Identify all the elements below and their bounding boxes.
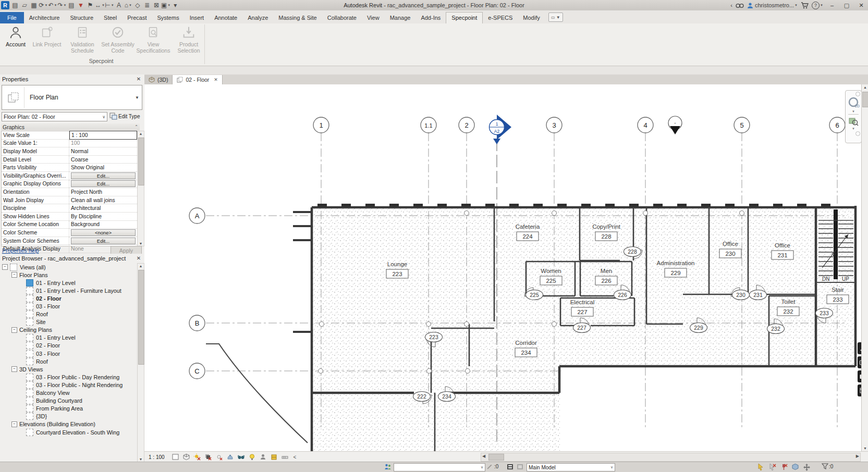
tree-item-courtyard-elevation-south-wing[interactable]: Courtyard Elevation - South Wing: [0, 428, 137, 436]
tree-item-views-all-[interactable]: −Views (all): [0, 263, 137, 271]
chevron-down-icon[interactable]: ▼: [54, 4, 57, 7]
tree-item-01-entry-level-furniture-layout[interactable]: 01 - Entry Level - Furniture Layout: [0, 287, 137, 294]
modify-indicator-icon[interactable]: ▭ ▼: [548, 13, 563, 22]
account-button[interactable]: Account: [2, 24, 29, 48]
tree-item-floor-plans[interactable]: −Floor Plans: [0, 271, 137, 279]
edit-type-button[interactable]: Edit Type: [109, 112, 142, 120]
print-icon[interactable]: ▤: [67, 1, 76, 10]
property-value[interactable]: Normal: [69, 147, 137, 155]
maximize-button[interactable]: ▢: [841, 2, 852, 9]
measure-icon[interactable]: ↔▼: [95, 1, 105, 10]
room-tag-228[interactable]: Copy/Print228: [592, 223, 620, 241]
grid-bubble-3[interactable]: 3: [546, 117, 562, 133]
close-hidden-windows-icon[interactable]: ⊠: [152, 1, 161, 10]
crop-region-icon[interactable]: [171, 453, 180, 461]
ribbon-tab-steel[interactable]: Steel: [99, 13, 122, 23]
select-pinned-icon[interactable]: [780, 463, 788, 472]
cart-icon[interactable]: [801, 2, 809, 9]
switch-windows-icon[interactable]: ▣▼: [161, 1, 170, 10]
chevron-down-icon[interactable]: ▼: [135, 95, 139, 100]
chevron-down-icon[interactable]: ▼: [852, 127, 855, 130]
type-selector[interactable]: Floor Plan ▼: [2, 85, 142, 110]
sync-icon[interactable]: ⟳▼: [39, 1, 48, 10]
grid-bubble-4[interactable]: 4: [638, 117, 653, 133]
properties-scrollbar[interactable]: ▲ ▼: [137, 131, 144, 246]
tree-item-03-floor[interactable]: 03 - Floor: [0, 350, 137, 357]
grid-bubble-5[interactable]: 5: [734, 117, 750, 133]
grid-bubble-2[interactable]: 2: [459, 117, 474, 133]
browser-scrollbar[interactable]: ▲ ▼: [137, 263, 144, 462]
undo-icon[interactable]: ↶▼: [48, 1, 57, 10]
design-options-icon[interactable]: [507, 463, 515, 470]
tree-item-3d-views[interactable]: −3D Views: [0, 365, 137, 373]
chevron-down-icon[interactable]: ▼: [111, 4, 114, 7]
chevron-down-icon[interactable]: ▼: [45, 4, 48, 7]
chevron-down-icon[interactable]: ▼: [129, 4, 132, 7]
grid-bubble-A[interactable]: A: [189, 208, 205, 223]
editable-only-icon[interactable]: :0: [486, 463, 498, 470]
ribbon-tab-analyze[interactable]: Analyze: [242, 13, 273, 23]
search-icon[interactable]: [736, 2, 744, 8]
view-tab--3d-[interactable]: (3D): [144, 75, 173, 84]
text-icon[interactable]: A: [114, 1, 124, 10]
user-menu[interactable]: christosmetro...▼: [747, 2, 798, 9]
tree-item-building-courtyard[interactable]: Building Courtyard: [0, 397, 137, 405]
visual-style-icon[interactable]: [182, 453, 191, 461]
room-tag-230[interactable]: Office230: [719, 241, 741, 258]
show-rendering-icon[interactable]: [226, 453, 235, 461]
ribbon-tab-structure[interactable]: Structure: [65, 13, 99, 23]
revit-logo[interactable]: R: [1, 1, 9, 9]
grid-bubble-1[interactable]: 1: [313, 117, 329, 133]
tree-item-03-floor-public-day-rendering[interactable]: 03 - Floor Public - Day Rendering: [0, 373, 137, 381]
tree-item-balcony-view[interactable]: Balcony View: [0, 389, 137, 397]
scale-button[interactable]: 1 : 100: [149, 454, 165, 460]
elevation-marker[interactable]: -: [668, 116, 682, 134]
temporary-hide-icon[interactable]: [237, 453, 246, 461]
close-button[interactable]: ✕: [855, 2, 867, 9]
collapse-section-icon[interactable]: ⌃: [135, 125, 138, 129]
select-links-icon[interactable]: [757, 463, 765, 472]
ribbon-tab-view[interactable]: View: [362, 13, 385, 23]
ribbon-tab-add-ins[interactable]: Add-Ins: [415, 13, 446, 23]
close-icon[interactable]: ✕: [135, 255, 142, 261]
property-edit-button[interactable]: Edit...: [71, 172, 136, 179]
save-icon[interactable]: ▦: [29, 1, 39, 10]
aligned-dimension-icon[interactable]: ⊢▼: [105, 1, 114, 10]
tree-expander-icon[interactable]: −: [11, 327, 17, 333]
property-edit-button[interactable]: <none>: [71, 229, 136, 236]
section-icon[interactable]: ◇: [133, 1, 142, 10]
steering-wheel-2d-icon[interactable]: 2D: [847, 97, 860, 109]
graphics-section-header[interactable]: Graphics ⌃: [1, 123, 140, 130]
room-tag-224[interactable]: Cafeteria224: [516, 223, 540, 241]
chevron-down-icon[interactable]: ▼: [794, 4, 798, 7]
view-tab-02-floor[interactable]: 02 - Floor✕: [173, 75, 222, 84]
ribbon-tab-e-specs[interactable]: e-SPECS: [483, 13, 518, 23]
analytic-model-icon[interactable]: [270, 453, 278, 461]
tag-icon[interactable]: ⚑: [85, 1, 95, 10]
canvas-vertical-scrollbar[interactable]: ▲ ▼: [861, 84, 868, 451]
tree-item-ceiling-plans[interactable]: −Ceiling Plans: [0, 326, 137, 334]
grid-bubble-1.1[interactable]: 1.1: [421, 117, 436, 133]
grid-bubble-C[interactable]: C: [189, 363, 205, 379]
navigation-bar[interactable]: 2D ▼ ▼: [845, 90, 861, 143]
navbar-close-icon[interactable]: [855, 92, 860, 96]
collapse-vcb-icon[interactable]: <: [294, 454, 297, 460]
ribbon-tab-manage[interactable]: Manage: [385, 13, 416, 23]
ribbon-tab-insert[interactable]: Insert: [185, 13, 210, 23]
chevron-down-icon[interactable]: ▼: [852, 110, 855, 113]
worksharing-display-icon[interactable]: [259, 453, 267, 461]
property-value[interactable]: Coarse: [69, 156, 137, 164]
drawing-area[interactable]: DNUP 1A2- 11.123456ABC Lounge223Cafeteri…: [144, 84, 861, 451]
property-edit-button[interactable]: Edit...: [71, 180, 136, 187]
zoom-tool-icon[interactable]: [848, 116, 859, 127]
ribbon-tab-precast[interactable]: Precast: [122, 13, 152, 23]
room-tag-227[interactable]: Electrical227: [570, 299, 595, 316]
section-marker[interactable]: 1A2: [490, 115, 512, 144]
select-underlay-icon[interactable]: [768, 463, 776, 472]
property-value[interactable]: By Discipline: [69, 213, 137, 220]
tree-item-02-floor[interactable]: 02 - Floor: [0, 294, 137, 302]
grid-bubble-6[interactable]: 6: [829, 117, 845, 133]
chevron-down-icon[interactable]: ▼: [820, 4, 823, 7]
chevron-down-icon[interactable]: ▼: [64, 4, 67, 7]
properties-help-link[interactable]: Properties help: [2, 247, 39, 254]
